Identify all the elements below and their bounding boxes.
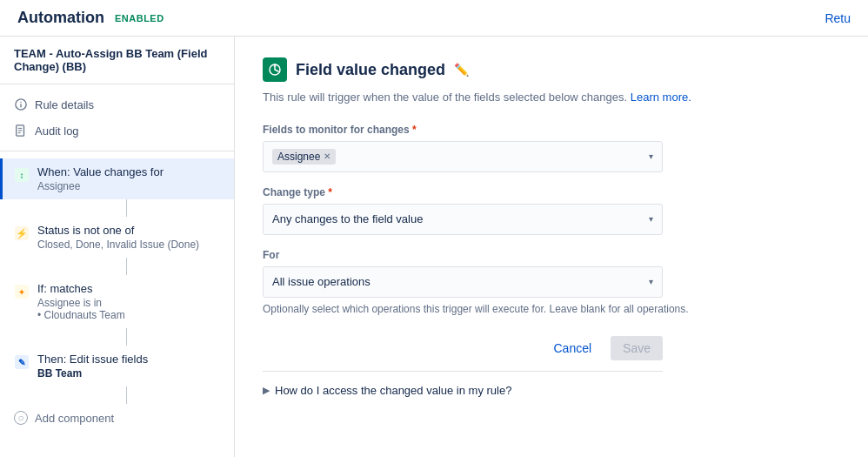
add-component-circle: ○ — [14, 411, 28, 425]
fields-select-left: Assignee ✕ — [272, 149, 649, 165]
for-group: For All issue operations ▾ Optionally se… — [263, 249, 840, 315]
main-panel: Field value changed ✏️ This rule will tr… — [235, 37, 868, 457]
connector-3 — [19, 328, 234, 346]
change-type-required: * — [328, 186, 332, 198]
step-when-header: ↕ When: Value changes for Assignee — [13, 165, 220, 192]
step-if-content: If: matches Assignee is in • Cloudnauts … — [37, 282, 220, 321]
trigger-icon — [263, 57, 287, 82]
sidebar: TEAM - Auto-Assign BB Team (Field Change… — [0, 37, 235, 457]
step-status-content: Status is not one of Closed, Done, Inval… — [37, 224, 220, 251]
connector-line-1 — [126, 199, 127, 217]
panel-description: This rule will trigger when the value of… — [263, 89, 840, 106]
panel-title-row: Field value changed ✏️ — [263, 57, 840, 82]
step-if-title: If: matches — [37, 282, 220, 295]
audit-log-label: Audit log — [35, 124, 79, 138]
top-bar: Automation ENABLED Retu — [0, 0, 868, 37]
main-content: TEAM - Auto-Assign BB Team (Field Change… — [0, 37, 868, 457]
change-type-group: Change type * Any changes to the field v… — [263, 186, 840, 235]
step-when-title: When: Value changes for — [37, 165, 220, 178]
faq-item[interactable]: ▶ How do I access the changed value in m… — [263, 384, 663, 397]
faq-section: ▶ How do I access the changed value in m… — [263, 371, 663, 397]
sidebar-item-rule-details[interactable]: Rule details — [0, 91, 234, 118]
step-then-subtitle: BB Team — [37, 367, 220, 380]
app-title: Automation — [17, 9, 104, 27]
for-select[interactable]: All issue operations ▾ — [263, 266, 663, 298]
rule-steps: ↕ When: Value changes for Assignee — [0, 151, 234, 439]
assignee-tag-remove[interactable]: ✕ — [324, 151, 331, 161]
fields-select[interactable]: Assignee ✕ ▾ — [263, 141, 663, 172]
svg-text:✦: ✦ — [18, 288, 25, 297]
step-then-header: ✎ Then: Edit issue fields BB Team — [13, 353, 220, 380]
cancel-button[interactable]: Cancel — [541, 336, 604, 360]
for-chevron-icon: ▾ — [649, 277, 653, 286]
app-container: Automation ENABLED Retu TEAM - Auto-Assi… — [0, 0, 868, 457]
svg-rect-1 — [20, 104, 21, 107]
panel-title: Field value changed — [296, 61, 445, 79]
edit-icon[interactable]: ✏️ — [454, 63, 469, 77]
step-status-subtitle: Closed, Done, Invalid Issue (Done) — [37, 239, 220, 251]
connector-line-4 — [126, 386, 127, 404]
for-value: All issue operations — [272, 275, 371, 288]
circle-info-icon — [14, 97, 28, 111]
step-then-title: Then: Edit issue fields — [37, 353, 220, 366]
form-actions: Cancel Save — [263, 336, 663, 360]
fields-monitor-group: Fields to monitor for changes * Assignee… — [263, 124, 840, 172]
sidebar-header: TEAM - Auto-Assign BB Team (Field Change… — [0, 37, 234, 84]
change-type-left: Any changes to the field value — [272, 212, 649, 225]
connector-1 — [19, 199, 234, 217]
for-hint: Optionally select which operations this … — [263, 303, 840, 315]
description-text: This rule will trigger when the value of… — [263, 91, 627, 104]
faq-arrow-icon: ▶ — [263, 385, 270, 396]
change-type-chevron-icon: ▾ — [649, 214, 653, 224]
when-icon: ↕ — [13, 166, 30, 184]
change-type-select[interactable]: Any changes to the field value ▾ — [263, 204, 663, 235]
step-when-subtitle: Assignee — [37, 180, 220, 192]
save-button[interactable]: Save — [611, 336, 663, 360]
step-when[interactable]: ↕ When: Value changes for Assignee — [0, 158, 234, 199]
fields-required: * — [412, 124, 417, 136]
svg-text:✎: ✎ — [18, 358, 25, 367]
fields-chevron-icon: ▾ — [649, 151, 653, 161]
faq-label: How do I access the changed value in my … — [275, 384, 511, 397]
step-status[interactable]: ⚡ Status is not one of Closed, Done, Inv… — [0, 217, 234, 258]
connector-line-2 — [126, 258, 127, 275]
sidebar-item-audit-log[interactable]: Audit log — [0, 118, 234, 144]
change-type-value: Any changes to the field value — [272, 212, 423, 225]
step-then-content: Then: Edit issue fields BB Team — [37, 353, 220, 380]
connector-line-3 — [126, 328, 127, 346]
learn-more-link[interactable]: Learn more. — [631, 91, 691, 104]
connector-4 — [19, 386, 234, 404]
step-if-header: ✦ If: matches Assignee is in • Cloudnaut… — [13, 282, 220, 321]
step-if-subtitle: Assignee is in • Cloudnauts Team — [37, 297, 220, 321]
step-status-header: ⚡ Status is not one of Closed, Done, Inv… — [13, 224, 220, 251]
svg-text:↕: ↕ — [20, 171, 24, 180]
step-when-content: When: Value changes for Assignee — [37, 165, 220, 192]
enabled-badge: ENABLED — [115, 13, 164, 24]
top-bar-left: Automation ENABLED — [17, 9, 164, 27]
add-component-label: Add component — [35, 412, 114, 425]
for-left: All issue operations — [272, 275, 649, 288]
svg-point-2 — [20, 102, 21, 103]
fields-label: Fields to monitor for changes * — [263, 124, 840, 136]
change-type-label: Change type * — [263, 186, 840, 198]
connector-2 — [19, 258, 234, 275]
assignee-tag-label: Assignee — [277, 151, 320, 163]
file-text-icon — [14, 124, 28, 138]
sidebar-menu: Rule details Audit log — [0, 84, 234, 151]
assignee-tag: Assignee ✕ — [272, 149, 336, 165]
status-icon: ⚡ — [13, 225, 30, 242]
if-icon: ✦ — [13, 283, 30, 300]
step-then[interactable]: ✎ Then: Edit issue fields BB Team — [0, 346, 234, 386]
step-if[interactable]: ✦ If: matches Assignee is in • Cloudnaut… — [0, 275, 234, 328]
step-status-title: Status is not one of — [37, 224, 220, 237]
then-icon: ✎ — [13, 353, 30, 371]
return-link[interactable]: Retu — [825, 11, 851, 25]
rule-details-label: Rule details — [35, 98, 94, 111]
add-component-button[interactable]: ○ Add component — [0, 404, 234, 432]
for-label: For — [263, 249, 840, 261]
svg-text:⚡: ⚡ — [16, 227, 28, 239]
